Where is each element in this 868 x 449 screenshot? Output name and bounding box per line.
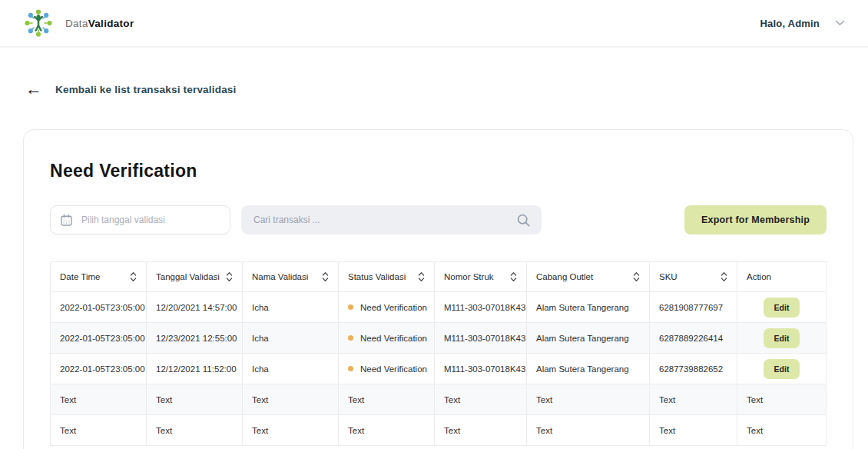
sort-icon[interactable] [721, 271, 727, 282]
table-row: 2022-01-05T23:05:0012/23/2021 12:55:00Ic… [51, 323, 827, 354]
table-cell: Text [650, 415, 737, 446]
table-cell: M111-303-07018K43 [435, 292, 527, 323]
table-cell-action: Edit [737, 354, 827, 384]
column-header-sku[interactable]: SKU [650, 262, 737, 292]
export-membership-button[interactable]: Export for Membership [684, 205, 827, 234]
column-header-label: Nama Validasi [252, 272, 308, 281]
table-cell: 6287739882652 [650, 354, 737, 384]
sort-icon[interactable] [510, 271, 517, 282]
table-cell: Text [243, 384, 339, 415]
table-cell-action: Edit [737, 323, 827, 354]
user-greeting: Halo, Admin [760, 18, 820, 29]
table-cell: Text [339, 384, 435, 415]
table-cell: Alam Sutera Tangerang [527, 323, 650, 354]
table-cell: Text [243, 415, 339, 446]
calendar-icon [60, 214, 73, 227]
table-cell: 6287889226414 [650, 323, 737, 354]
chevron-down-icon[interactable] [835, 20, 845, 26]
search-field[interactable] [241, 205, 542, 234]
table-cell: Text [147, 415, 243, 446]
status-label: Need Verification [360, 364, 427, 374]
sort-icon[interactable] [226, 271, 233, 282]
table-cell: 2022-01-05T23:05:00 [51, 292, 147, 323]
column-header-label: Nomor Struk [444, 272, 494, 281]
column-header-label: Status Validasi [348, 272, 406, 281]
table-cell: Text [435, 415, 527, 446]
status-dot-icon [348, 304, 353, 310]
column-header-nama-validasi[interactable]: Nama Validasi [243, 262, 339, 292]
table-cell: M111-303-07018K43 [435, 323, 527, 354]
status-dot-icon [348, 335, 353, 341]
table-cell: 12/12/2021 11:52:00 [147, 354, 243, 384]
column-header-status-validasi[interactable]: Status Validasi [339, 262, 435, 292]
column-header-cabang-outlet[interactable]: Cabang Outlet [527, 262, 650, 292]
table-cell: Text [147, 384, 243, 415]
table-cell: M111-303-07018K43 [435, 354, 527, 384]
column-header-label: Date Time [60, 272, 100, 281]
table-row: 2022-01-05T23:05:0012/20/2021 14:57:00Ic… [51, 292, 827, 323]
back-link-label[interactable]: Kembali ke list transaksi tervalidasi [55, 84, 237, 95]
table-row: TextTextTextTextTextTextTextText [51, 415, 827, 446]
table-cell: Icha [243, 354, 339, 384]
brand-name: DataValidator [65, 18, 134, 29]
page-title: Need Verification [50, 161, 827, 181]
table-cell: Text [435, 384, 527, 415]
brand-name-bold: Validator [88, 18, 134, 29]
table-cell: 2022-01-05T23:05:00 [51, 323, 147, 354]
table-header: Date TimeTanggal ValidasiNama ValidasiSt… [51, 262, 827, 292]
edit-button[interactable]: Edit [764, 328, 800, 348]
table-cell: Need Verification [339, 292, 435, 323]
table-cell: Alam Sutera Tangerang [527, 292, 650, 323]
date-filter-input[interactable] [80, 214, 220, 226]
sort-icon[interactable] [322, 271, 329, 282]
table-cell: Alam Sutera Tangerang [527, 354, 650, 384]
column-header-label: Action [747, 272, 771, 281]
column-header-nomor-struk[interactable]: Nomor Struk [435, 262, 527, 292]
table-cell-action: Text [737, 415, 827, 446]
table-cell: Text [650, 384, 737, 415]
status-label: Need Verification [360, 303, 427, 312]
sort-icon[interactable] [130, 271, 137, 282]
column-header-label: Tanggal Validasi [156, 272, 220, 281]
sort-icon[interactable] [418, 271, 425, 282]
edit-button[interactable]: Edit [764, 298, 800, 318]
column-header-action: Action [737, 262, 827, 292]
search-input[interactable] [252, 214, 516, 226]
table-row: TextTextTextTextTextTextTextText [51, 384, 827, 415]
brand-name-light: Data [65, 18, 88, 29]
table-cell: Text [527, 415, 650, 446]
table-row: 2022-01-05T23:05:0012/12/2021 11:52:00Ic… [51, 354, 827, 384]
back-link[interactable]: ← Kembali ke list transaksi tervalidasi [25, 81, 868, 98]
back-arrow-icon[interactable]: ← [25, 81, 42, 98]
filters-row: Export for Membership [50, 205, 827, 234]
table-cell: Icha [243, 323, 339, 354]
table-cell: Icha [243, 292, 339, 323]
table-cell: 12/23/2021 12:55:00 [147, 323, 243, 354]
need-verification-panel: Need Verification [23, 129, 853, 449]
sort-icon[interactable] [633, 271, 640, 282]
search-icon[interactable] [516, 213, 531, 228]
table-cell: Text [51, 384, 147, 415]
column-header-label: Cabang Outlet [536, 272, 593, 281]
edit-button[interactable]: Edit [764, 359, 800, 379]
column-header-tanggal-validasi[interactable]: Tanggal Validasi [147, 262, 243, 292]
column-header-date-time[interactable]: Date Time [51, 262, 147, 292]
column-header-label: SKU [659, 272, 678, 281]
table-cell-action: Edit [737, 292, 827, 323]
status-label: Need Verification [360, 334, 427, 343]
table-cell: 2022-01-05T23:05:00 [51, 354, 147, 384]
table-cell: Text [51, 415, 147, 446]
user-menu[interactable]: Halo, Admin [760, 18, 845, 29]
transactions-table: Date TimeTanggal ValidasiNama ValidasiSt… [50, 261, 827, 446]
table-cell: 12/20/2021 14:57:00 [147, 292, 243, 323]
datavalidator-logo-icon [23, 8, 54, 38]
table-cell: Need Verification [339, 323, 435, 354]
table-cell: 6281908777697 [650, 292, 737, 323]
table-cell: Need Verification [339, 354, 435, 384]
table-cell: Text [339, 415, 435, 446]
status-dot-icon [348, 366, 353, 371]
table-cell-action: Text [737, 384, 827, 415]
table-cell: Text [527, 384, 650, 415]
app: { "header": { "logo_text_light": "Data",… [0, 0, 868, 449]
date-filter[interactable] [50, 205, 230, 234]
